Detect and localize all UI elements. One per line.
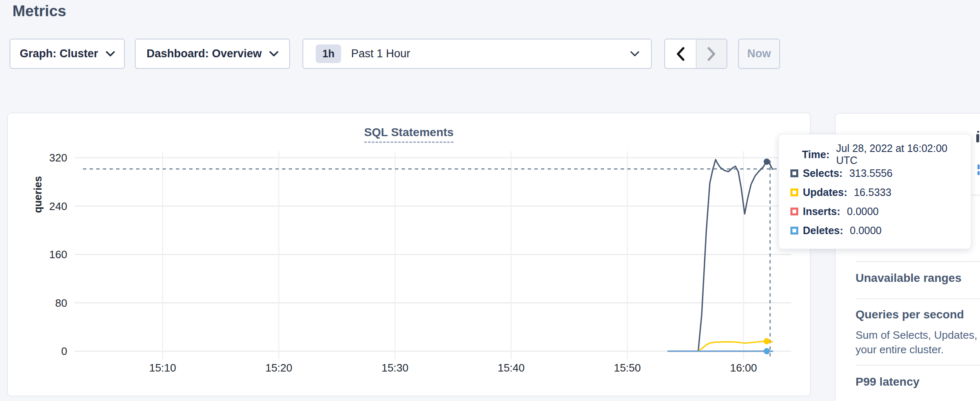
sql-statements-card: SQL Statements queries 08016024032015:10… bbox=[7, 112, 811, 396]
sidebar-description-line: Sum of Selects, Updates, Inser bbox=[856, 328, 980, 342]
sidebar-divider bbox=[856, 365, 980, 366]
sidebar-divider bbox=[856, 298, 980, 299]
time-range-label: Past 1 Hour bbox=[351, 47, 620, 60]
metrics-page: Metrics Graph: Cluster Dashboard: Overvi… bbox=[0, 0, 980, 401]
sql-statements-chart[interactable]: 08016024032015:1015:2015:3015:4015:5016:… bbox=[8, 113, 810, 396]
tooltip-time-value: Jul 28, 2022 at 16:02:00 UTC bbox=[836, 142, 971, 166]
prev-time-button[interactable] bbox=[665, 39, 696, 68]
tooltip-series-value: 0.0000 bbox=[850, 225, 881, 237]
time-range-badge: 1h bbox=[316, 44, 341, 63]
tooltip-series-label: Selects: bbox=[803, 167, 843, 179]
chart-title[interactable]: SQL Statements bbox=[364, 126, 454, 143]
tooltip-series-value: 313.5556 bbox=[849, 167, 892, 179]
svg-text:15:40: 15:40 bbox=[497, 362, 524, 374]
svg-text:15:20: 15:20 bbox=[265, 362, 292, 374]
next-time-button[interactable] bbox=[696, 39, 726, 68]
time-range-dropdown[interactable]: 1h Past 1 Hour bbox=[302, 39, 652, 69]
tooltip-series-row: Deletes:0.0000 bbox=[790, 221, 971, 240]
tooltip-series-label: Updates: bbox=[803, 186, 847, 198]
tooltip-series-label: Inserts: bbox=[803, 205, 840, 218]
sidebar-heading: P99 latency bbox=[856, 375, 919, 389]
tooltip-time-label: Time: bbox=[802, 149, 829, 161]
clipped-text-fragment bbox=[977, 131, 979, 133]
clipped-text-fragment bbox=[976, 134, 979, 142]
page-title: Metrics bbox=[12, 2, 66, 20]
svg-text:320: 320 bbox=[49, 152, 67, 164]
graph-dropdown[interactable]: Graph: Cluster bbox=[10, 39, 125, 69]
tooltip-series-row: Updates:16.5333 bbox=[790, 183, 971, 202]
svg-text:15:30: 15:30 bbox=[381, 362, 408, 374]
sidebar-description-line: your entire cluster. bbox=[856, 342, 943, 357]
tooltip-series-rows: Selects:313.5556Updates:16.5333Inserts:0… bbox=[790, 164, 971, 240]
chevron-down-icon bbox=[269, 51, 278, 57]
clipped-link-fragment bbox=[978, 171, 980, 175]
chevron-left-icon bbox=[676, 47, 685, 61]
svg-text:160: 160 bbox=[49, 248, 67, 261]
svg-text:15:10: 15:10 bbox=[149, 362, 176, 374]
tooltip-series-row: Inserts:0.0000 bbox=[790, 202, 971, 221]
time-nav-group bbox=[664, 39, 727, 69]
chevron-right-icon bbox=[707, 47, 716, 61]
svg-text:0: 0 bbox=[61, 345, 67, 357]
sidebar-divider bbox=[856, 261, 980, 262]
chevron-down-icon bbox=[630, 51, 639, 57]
graph-dropdown-label: Graph: Cluster bbox=[20, 47, 98, 60]
now-button-label: Now bbox=[747, 47, 771, 60]
chevron-down-icon bbox=[106, 51, 115, 57]
chart-tooltip: Time: Jul 28, 2022 at 16:02:00 UTC Selec… bbox=[778, 134, 971, 249]
tooltip-time-row: Time: Jul 28, 2022 at 16:02:00 UTC bbox=[790, 145, 971, 164]
svg-text:240: 240 bbox=[49, 200, 67, 213]
svg-text:80: 80 bbox=[55, 297, 67, 309]
tooltip-series-value: 16.5333 bbox=[854, 186, 891, 198]
clipped-link-fragment bbox=[978, 164, 980, 169]
tooltip-series-value: 0.0000 bbox=[847, 205, 878, 218]
svg-text:15:50: 15:50 bbox=[614, 362, 641, 374]
inserts-swatch-icon bbox=[790, 208, 798, 215]
tooltip-series-label: Deletes: bbox=[803, 225, 843, 237]
svg-text:16:00: 16:00 bbox=[730, 362, 757, 374]
updates-swatch-icon bbox=[790, 188, 798, 196]
dashboard-dropdown[interactable]: Dashboard: Overview bbox=[135, 39, 290, 69]
sidebar-heading: Queries per second bbox=[856, 308, 964, 321]
y-axis-label: queries bbox=[32, 176, 44, 213]
deletes-swatch-icon bbox=[790, 227, 798, 235]
dashboard-dropdown-label: Dashboard: Overview bbox=[146, 47, 262, 60]
now-button[interactable]: Now bbox=[738, 39, 780, 69]
selects-swatch-icon bbox=[790, 169, 798, 177]
sidebar-heading: Unavailable ranges bbox=[856, 271, 961, 285]
